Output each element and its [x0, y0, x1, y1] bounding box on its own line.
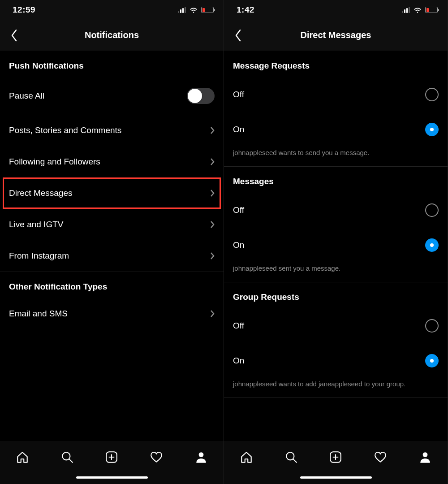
- radio-group-requests-off[interactable]: Off: [224, 308, 448, 343]
- tab-bar: [224, 441, 448, 484]
- plus-square-icon: [329, 450, 342, 464]
- row-label: From Instagram: [9, 251, 69, 261]
- status-time: 12:59: [13, 5, 35, 15]
- row-pause-all[interactable]: Pause All: [0, 77, 224, 115]
- status-icons: [402, 5, 438, 14]
- row-direct-messages[interactable]: Direct Messages: [0, 177, 224, 209]
- search-icon: [60, 450, 74, 464]
- section-header-message-requests: Message Requests: [224, 51, 448, 77]
- content: Push Notifications Pause All Posts, Stor…: [0, 51, 224, 441]
- svg-point-11: [423, 452, 428, 457]
- wifi-icon: [189, 5, 198, 14]
- home-icon: [16, 450, 29, 464]
- back-button[interactable]: [230, 28, 246, 43]
- back-button[interactable]: [6, 28, 22, 43]
- tab-search[interactable]: [58, 448, 76, 466]
- content: Message Requests Off On johnappleseed wa…: [224, 51, 448, 441]
- toggle-pause-all[interactable]: [187, 88, 215, 104]
- section-header-push: Push Notifications: [0, 51, 224, 77]
- cellular-signal-icon: [178, 7, 186, 13]
- row-label: Live and IGTV: [9, 220, 63, 229]
- nav-header: Direct Messages: [224, 20, 448, 51]
- chevron-right-icon: [210, 252, 215, 260]
- chevron-right-icon: [210, 310, 215, 318]
- home-indicator[interactable]: [300, 476, 372, 479]
- chevron-right-icon: [210, 220, 215, 229]
- row-email-sms[interactable]: Email and SMS: [0, 298, 224, 329]
- page-title: Direct Messages: [301, 30, 371, 40]
- tab-create[interactable]: [103, 448, 121, 466]
- search-icon: [284, 450, 298, 464]
- radio-label: On: [233, 356, 244, 366]
- radio-messages-off[interactable]: Off: [224, 193, 448, 228]
- plus-square-icon: [105, 450, 118, 464]
- radio-messages-on[interactable]: On: [224, 228, 448, 263]
- status-bar: 1:42: [224, 0, 448, 20]
- chevron-right-icon: [210, 189, 215, 197]
- radio-circle-icon: [425, 88, 439, 101]
- row-label: Following and Followers: [9, 157, 100, 167]
- radio-circle-icon: [425, 319, 439, 333]
- radio-group-requests-on[interactable]: On: [224, 343, 448, 378]
- chevron-right-icon: [210, 158, 215, 166]
- svg-line-7: [293, 459, 297, 462]
- chevron-left-icon: [11, 29, 17, 42]
- radio-label: Off: [233, 321, 244, 331]
- row-label: Email and SMS: [9, 309, 68, 319]
- nav-header: Notifications: [0, 20, 224, 51]
- row-from-instagram[interactable]: From Instagram: [0, 240, 224, 272]
- row-label: Pause All: [9, 91, 44, 101]
- row-live-igtv[interactable]: Live and IGTV: [0, 209, 224, 240]
- tab-profile[interactable]: [192, 448, 210, 466]
- tab-activity[interactable]: [147, 448, 165, 466]
- svg-line-1: [69, 459, 73, 462]
- row-label: Direct Messages: [9, 188, 73, 198]
- battery-low-icon: [425, 7, 438, 13]
- tab-create[interactable]: [327, 448, 345, 466]
- tab-activity[interactable]: [371, 448, 389, 466]
- radio-label: Off: [233, 205, 244, 215]
- hint-message-requests: johnappleseed wants to send you a messag…: [224, 147, 448, 167]
- hint-messages: johnappleseed sent you a message.: [224, 263, 448, 282]
- radio-message-requests-on[interactable]: On: [224, 112, 448, 147]
- section-header-messages: Messages: [224, 167, 448, 193]
- cellular-signal-icon: [402, 7, 410, 13]
- battery-low-icon: [201, 7, 214, 13]
- hint-group-requests: johnappleseed wants to add janeappleseed…: [224, 378, 448, 398]
- tab-bar: [0, 441, 224, 484]
- radio-circle-selected-icon: [425, 238, 439, 252]
- wifi-icon: [413, 5, 422, 14]
- heart-icon: [374, 450, 387, 464]
- radio-label: Off: [233, 90, 244, 99]
- row-following-followers[interactable]: Following and Followers: [0, 146, 224, 177]
- radio-label: On: [233, 240, 244, 250]
- row-label: Posts, Stories and Comments: [9, 125, 121, 135]
- section-header-other: Other Notification Types: [0, 272, 224, 298]
- radio-label: On: [233, 125, 244, 134]
- tab-home[interactable]: [237, 448, 255, 466]
- toggle-knob: [188, 89, 202, 103]
- page-title: Notifications: [85, 30, 139, 40]
- home-indicator[interactable]: [76, 476, 148, 479]
- section-header-group-requests: Group Requests: [224, 282, 448, 308]
- status-time: 1:42: [237, 5, 254, 15]
- tab-search[interactable]: [282, 448, 300, 466]
- radio-circle-selected-icon: [425, 354, 439, 367]
- screen-notifications: 12:59 Notifications Push Notifications P…: [0, 0, 224, 484]
- radio-message-requests-off[interactable]: Off: [224, 77, 448, 112]
- heart-icon: [150, 450, 163, 464]
- radio-circle-selected-icon: [425, 123, 439, 136]
- screen-direct-messages: 1:42 Direct Messages Message Requests Of…: [224, 0, 448, 484]
- profile-icon: [194, 450, 208, 464]
- svg-point-5: [199, 452, 204, 457]
- row-posts-stories-comments[interactable]: Posts, Stories and Comments: [0, 115, 224, 146]
- chevron-left-icon: [235, 29, 241, 42]
- radio-circle-icon: [425, 203, 439, 217]
- profile-icon: [418, 450, 432, 464]
- chevron-right-icon: [210, 126, 215, 134]
- tab-home[interactable]: [13, 448, 31, 466]
- home-icon: [240, 450, 253, 464]
- status-icons: [178, 5, 214, 14]
- tab-profile[interactable]: [416, 448, 434, 466]
- status-bar: 12:59: [0, 0, 224, 20]
